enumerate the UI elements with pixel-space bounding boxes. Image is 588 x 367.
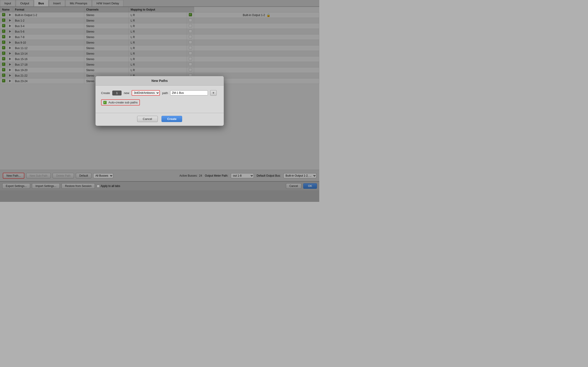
new-label: new [124,91,129,95]
auto-create-label: Auto-create sub paths [108,101,138,104]
dialog-create-button[interactable]: Create [162,116,182,122]
new-paths-dialog: New Paths Create 1 new 3rdOrdrAmbsncs pa… [95,76,224,126]
auto-create-checkbox[interactable] [103,101,107,104]
auto-create-row: Auto-create sub paths [101,99,140,106]
dialog-title: New Paths [95,76,224,85]
count-box: 1 [112,91,121,95]
dialog-create-row: Create 1 new 3rdOrdrAmbsncs path + [101,90,218,96]
create-label: Create [101,91,110,95]
plus-button[interactable]: + [210,90,216,96]
dialog-body: Create 1 new 3rdOrdrAmbsncs path + Auto-… [95,85,224,113]
dialog-overlay: New Paths Create 1 new 3rdOrdrAmbsncs pa… [0,0,319,202]
dialog-footer: Cancel Create [95,113,224,126]
path-label: path [162,91,168,95]
format-select[interactable]: 3rdOrdrAmbsncs [132,90,160,96]
path-input[interactable] [170,90,208,95]
dialog-cancel-button[interactable]: Cancel [137,116,158,122]
